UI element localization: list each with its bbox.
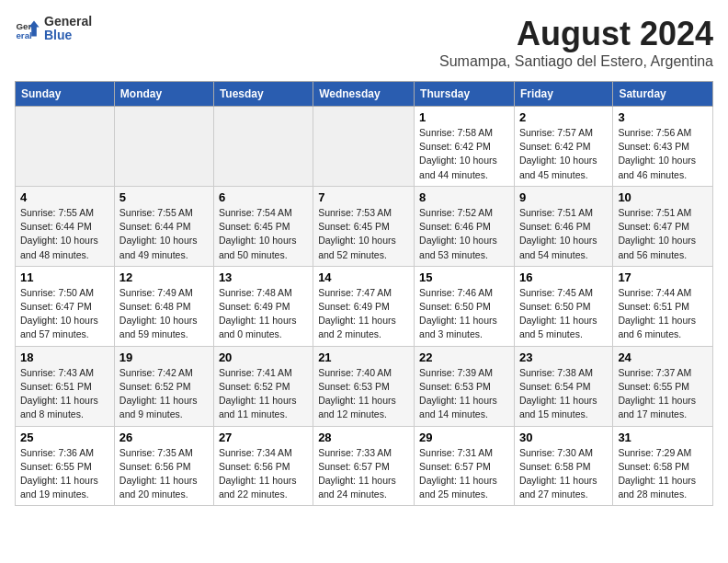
day-number: 24 bbox=[618, 350, 708, 364]
logo: Gen eral General Blue bbox=[15, 15, 92, 43]
month-title: August 2024 bbox=[439, 15, 713, 53]
logo-icon: Gen eral bbox=[15, 16, 40, 41]
week-row-2: 4Sunrise: 7:55 AM Sunset: 6:44 PM Daylig… bbox=[16, 186, 713, 266]
svg-text:eral: eral bbox=[16, 31, 32, 41]
day-cell: 4Sunrise: 7:55 AM Sunset: 6:44 PM Daylig… bbox=[16, 186, 115, 266]
day-cell: 15Sunrise: 7:46 AM Sunset: 6:50 PM Dayli… bbox=[415, 266, 515, 346]
day-cell: 26Sunrise: 7:35 AM Sunset: 6:56 PM Dayli… bbox=[114, 426, 213, 506]
day-number: 27 bbox=[219, 431, 308, 444]
day-number: 14 bbox=[318, 270, 409, 284]
day-number: 3 bbox=[618, 110, 708, 124]
week-row-5: 25Sunrise: 7:36 AM Sunset: 6:55 PM Dayli… bbox=[16, 426, 713, 506]
day-cell: 21Sunrise: 7:40 AM Sunset: 6:53 PM Dayli… bbox=[313, 346, 415, 426]
day-cell: 8Sunrise: 7:52 AM Sunset: 6:46 PM Daylig… bbox=[415, 186, 515, 266]
day-number: 15 bbox=[419, 270, 509, 284]
day-cell: 19Sunrise: 7:42 AM Sunset: 6:52 PM Dayli… bbox=[114, 346, 213, 426]
day-cell bbox=[16, 107, 115, 187]
day-info: Sunrise: 7:38 AM Sunset: 6:54 PM Dayligh… bbox=[519, 366, 608, 422]
day-cell: 30Sunrise: 7:30 AM Sunset: 6:58 PM Dayli… bbox=[514, 426, 612, 506]
day-info: Sunrise: 7:34 AM Sunset: 6:56 PM Dayligh… bbox=[219, 446, 308, 502]
day-number: 21 bbox=[318, 350, 409, 364]
day-info: Sunrise: 7:50 AM Sunset: 6:47 PM Dayligh… bbox=[20, 286, 109, 342]
day-number: 25 bbox=[20, 431, 109, 444]
day-number: 2 bbox=[519, 110, 608, 124]
day-number: 16 bbox=[519, 270, 608, 284]
day-number: 10 bbox=[618, 190, 708, 204]
day-number: 12 bbox=[119, 270, 209, 284]
week-row-3: 11Sunrise: 7:50 AM Sunset: 6:47 PM Dayli… bbox=[16, 266, 713, 346]
header-sunday: Sunday bbox=[16, 82, 115, 107]
day-cell: 5Sunrise: 7:55 AM Sunset: 6:44 PM Daylig… bbox=[114, 186, 213, 266]
day-number: 22 bbox=[419, 350, 509, 364]
day-info: Sunrise: 7:39 AM Sunset: 6:53 PM Dayligh… bbox=[419, 366, 509, 422]
logo-general: General bbox=[44, 15, 92, 29]
day-cell: 20Sunrise: 7:41 AM Sunset: 6:52 PM Dayli… bbox=[213, 346, 313, 426]
day-number: 28 bbox=[318, 431, 409, 444]
day-cell: 29Sunrise: 7:31 AM Sunset: 6:57 PM Dayli… bbox=[415, 426, 515, 506]
title-area: August 2024 Sumampa, Santiago del Estero… bbox=[439, 15, 713, 70]
day-number: 7 bbox=[318, 190, 409, 204]
day-number: 8 bbox=[419, 190, 509, 204]
day-cell: 27Sunrise: 7:34 AM Sunset: 6:56 PM Dayli… bbox=[213, 426, 313, 506]
day-info: Sunrise: 7:36 AM Sunset: 6:55 PM Dayligh… bbox=[20, 446, 109, 502]
day-number: 17 bbox=[618, 270, 708, 284]
day-info: Sunrise: 7:31 AM Sunset: 6:57 PM Dayligh… bbox=[419, 446, 509, 502]
header-tuesday: Tuesday bbox=[213, 82, 313, 107]
day-info: Sunrise: 7:41 AM Sunset: 6:52 PM Dayligh… bbox=[219, 366, 308, 422]
day-cell: 9Sunrise: 7:51 AM Sunset: 6:46 PM Daylig… bbox=[514, 186, 612, 266]
day-info: Sunrise: 7:45 AM Sunset: 6:50 PM Dayligh… bbox=[519, 286, 608, 342]
day-info: Sunrise: 7:58 AM Sunset: 6:42 PM Dayligh… bbox=[419, 126, 509, 182]
day-info: Sunrise: 7:52 AM Sunset: 6:46 PM Dayligh… bbox=[419, 206, 509, 262]
day-info: Sunrise: 7:49 AM Sunset: 6:48 PM Dayligh… bbox=[119, 286, 209, 342]
day-info: Sunrise: 7:48 AM Sunset: 6:49 PM Dayligh… bbox=[219, 286, 308, 342]
day-number: 20 bbox=[219, 350, 308, 364]
day-number: 26 bbox=[119, 431, 209, 444]
day-cell: 12Sunrise: 7:49 AM Sunset: 6:48 PM Dayli… bbox=[114, 266, 213, 346]
day-info: Sunrise: 7:42 AM Sunset: 6:52 PM Dayligh… bbox=[119, 366, 209, 422]
day-info: Sunrise: 7:53 AM Sunset: 6:45 PM Dayligh… bbox=[318, 206, 409, 262]
header-saturday: Saturday bbox=[613, 82, 713, 107]
day-info: Sunrise: 7:29 AM Sunset: 6:58 PM Dayligh… bbox=[618, 446, 708, 502]
day-info: Sunrise: 7:57 AM Sunset: 6:42 PM Dayligh… bbox=[519, 126, 608, 182]
day-number: 31 bbox=[618, 431, 708, 444]
day-number: 4 bbox=[20, 190, 109, 204]
day-number: 18 bbox=[20, 350, 109, 364]
day-cell: 2Sunrise: 7:57 AM Sunset: 6:42 PM Daylig… bbox=[514, 107, 612, 187]
week-row-4: 18Sunrise: 7:43 AM Sunset: 6:51 PM Dayli… bbox=[16, 346, 713, 426]
day-number: 30 bbox=[519, 431, 608, 444]
day-cell: 10Sunrise: 7:51 AM Sunset: 6:47 PM Dayli… bbox=[613, 186, 713, 266]
calendar-header-row: SundayMondayTuesdayWednesdayThursdayFrid… bbox=[16, 82, 713, 107]
day-cell: 23Sunrise: 7:38 AM Sunset: 6:54 PM Dayli… bbox=[514, 346, 612, 426]
logo-blue: Blue bbox=[44, 29, 92, 42]
day-info: Sunrise: 7:55 AM Sunset: 6:44 PM Dayligh… bbox=[20, 206, 109, 262]
day-number: 11 bbox=[20, 270, 109, 284]
day-info: Sunrise: 7:51 AM Sunset: 6:47 PM Dayligh… bbox=[618, 206, 708, 262]
day-info: Sunrise: 7:43 AM Sunset: 6:51 PM Dayligh… bbox=[20, 366, 109, 422]
day-cell: 24Sunrise: 7:37 AM Sunset: 6:55 PM Dayli… bbox=[613, 346, 713, 426]
day-cell: 7Sunrise: 7:53 AM Sunset: 6:45 PM Daylig… bbox=[313, 186, 415, 266]
calendar-table: SundayMondayTuesdayWednesdayThursdayFrid… bbox=[15, 81, 713, 506]
header-wednesday: Wednesday bbox=[313, 82, 415, 107]
calendar-body: 1Sunrise: 7:58 AM Sunset: 6:42 PM Daylig… bbox=[16, 107, 713, 506]
day-number: 1 bbox=[419, 110, 509, 124]
day-cell: 6Sunrise: 7:54 AM Sunset: 6:45 PM Daylig… bbox=[213, 186, 313, 266]
day-info: Sunrise: 7:30 AM Sunset: 6:58 PM Dayligh… bbox=[519, 446, 608, 502]
day-info: Sunrise: 7:55 AM Sunset: 6:44 PM Dayligh… bbox=[119, 206, 209, 262]
day-info: Sunrise: 7:47 AM Sunset: 6:49 PM Dayligh… bbox=[318, 286, 409, 342]
location-subtitle: Sumampa, Santiago del Estero, Argentina bbox=[439, 53, 713, 70]
day-cell: 22Sunrise: 7:39 AM Sunset: 6:53 PM Dayli… bbox=[415, 346, 515, 426]
header-thursday: Thursday bbox=[415, 82, 515, 107]
page-header: Gen eral General Blue August 2024 Sumamp… bbox=[15, 15, 713, 70]
day-number: 29 bbox=[419, 431, 509, 444]
day-cell: 1Sunrise: 7:58 AM Sunset: 6:42 PM Daylig… bbox=[415, 107, 515, 187]
header-monday: Monday bbox=[114, 82, 213, 107]
day-cell: 16Sunrise: 7:45 AM Sunset: 6:50 PM Dayli… bbox=[514, 266, 612, 346]
day-cell bbox=[313, 107, 415, 187]
day-cell: 3Sunrise: 7:56 AM Sunset: 6:43 PM Daylig… bbox=[613, 107, 713, 187]
day-info: Sunrise: 7:51 AM Sunset: 6:46 PM Dayligh… bbox=[519, 206, 608, 262]
day-cell: 17Sunrise: 7:44 AM Sunset: 6:51 PM Dayli… bbox=[613, 266, 713, 346]
day-cell: 28Sunrise: 7:33 AM Sunset: 6:57 PM Dayli… bbox=[313, 426, 415, 506]
day-cell: 13Sunrise: 7:48 AM Sunset: 6:49 PM Dayli… bbox=[213, 266, 313, 346]
day-number: 13 bbox=[219, 270, 308, 284]
day-cell: 25Sunrise: 7:36 AM Sunset: 6:55 PM Dayli… bbox=[16, 426, 115, 506]
